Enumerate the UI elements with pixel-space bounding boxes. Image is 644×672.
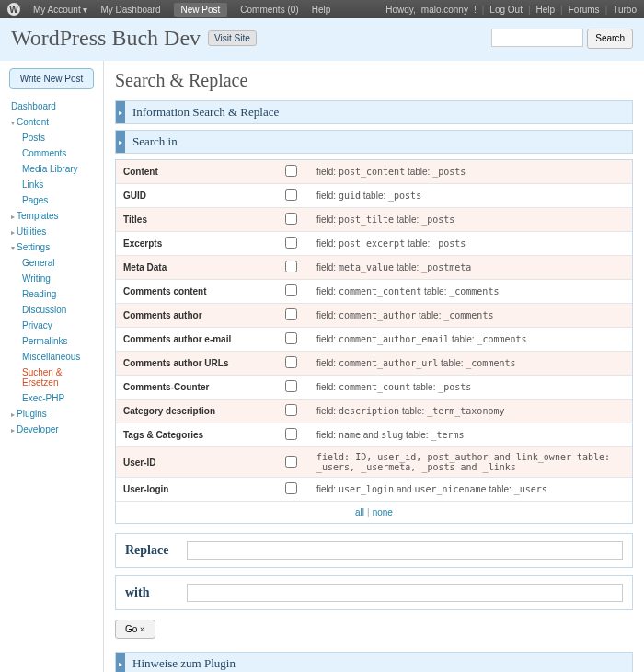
row-desc: field: ID, user_id, post_author and link… — [309, 447, 632, 478]
sidebar-subitem[interactable]: Posts — [20, 130, 99, 145]
header-search-button[interactable]: Search — [587, 29, 633, 49]
panel-search-toggle[interactable]: ▸ — [116, 131, 125, 153]
new-post-button[interactable]: New Post — [174, 3, 228, 17]
panel-info-toggle[interactable]: ▸ — [116, 101, 125, 123]
row-checkbox[interactable] — [285, 213, 297, 225]
panel-search-body: Contentfield: post_content table: _posts… — [115, 159, 633, 524]
panel-hinweise-header: ▸ Hinweise zum Plugin — [115, 652, 633, 672]
turbo-link[interactable]: Turbo — [613, 5, 637, 15]
row-desc: field: comment_author table: _comments — [309, 304, 632, 328]
row-checkbox[interactable] — [285, 428, 297, 440]
row-label: Excerpts — [116, 232, 272, 256]
sidebar-item-utilities[interactable]: Utilities — [9, 224, 99, 239]
sidebar: Write New Post Dashboard Content PostsCo… — [0, 61, 103, 672]
my-account-link[interactable]: My Account ▾ — [33, 5, 87, 15]
forums-link[interactable]: Forums — [569, 5, 600, 15]
sidebar-subitem[interactable]: Reading — [20, 286, 99, 302]
row-desc: field: post_content table: _posts — [309, 160, 632, 184]
search-row: Comments-Counterfield: comment_count tab… — [116, 376, 632, 400]
replace-input[interactable] — [187, 541, 623, 560]
row-checkbox[interactable] — [285, 404, 297, 416]
my-dashboard-link[interactable]: My Dashboard — [100, 5, 160, 15]
replace-row: Replace — [115, 533, 633, 568]
row-label: Category description — [116, 400, 272, 423]
help-link[interactable]: Help — [312, 5, 331, 15]
row-checkbox[interactable] — [285, 356, 297, 368]
search-row: User-IDfield: ID, user_id, post_author a… — [116, 447, 632, 478]
go-button[interactable]: Go » — [115, 620, 155, 639]
sidebar-item-content[interactable]: Content — [9, 114, 99, 130]
sidebar-subitem[interactable]: Exec-PHP — [20, 390, 99, 406]
sidebar-item-dashboard[interactable]: Dashboard — [9, 98, 99, 114]
row-checkbox[interactable] — [285, 284, 297, 296]
row-checkbox[interactable] — [285, 482, 297, 494]
sidebar-subitem[interactable]: Suchen & Ersetzen — [20, 365, 99, 390]
with-label: with — [125, 585, 176, 600]
search-row: Contentfield: post_content table: _posts — [116, 160, 632, 184]
row-checkbox-cell — [272, 352, 309, 376]
write-new-post-button[interactable]: Write New Post — [9, 68, 94, 89]
search-row: Comments author e-mailfield: comment_aut… — [116, 328, 632, 352]
sidebar-subitem[interactable]: Writing — [20, 271, 99, 286]
row-checkbox[interactable] — [285, 261, 297, 272]
row-checkbox-cell — [272, 208, 309, 232]
sidebar-subitem[interactable]: Permalinks — [20, 333, 99, 349]
row-desc: field: comment_author_email table: _comm… — [309, 328, 632, 352]
replace-label: Replace — [125, 543, 176, 558]
row-desc: field: description table: _term_taxonomy — [309, 400, 632, 423]
sidebar-item-settings[interactable]: Settings — [9, 239, 99, 255]
row-checkbox-cell — [272, 376, 309, 400]
row-checkbox[interactable] — [285, 456, 297, 468]
logout-link[interactable]: Log Out — [489, 5, 523, 15]
search-row: Titlesfield: post_tilte table: _posts — [116, 208, 632, 232]
row-checkbox-cell — [272, 447, 309, 478]
help-link-2[interactable]: Help — [536, 5, 556, 15]
username-link[interactable]: malo.conny — [421, 5, 468, 15]
row-checkbox-cell — [272, 478, 309, 502]
visit-site-button[interactable]: Visit Site — [208, 30, 257, 46]
with-input[interactable] — [187, 584, 623, 602]
howdy-text: Howdy, — [385, 5, 416, 15]
row-desc: field: comment_count table: _posts — [309, 376, 632, 400]
sidebar-subitem[interactable]: Discussion — [20, 302, 99, 318]
row-checkbox-cell — [272, 400, 309, 423]
panel-hinweise-toggle[interactable]: ▸ — [116, 653, 125, 672]
sidebar-subitem[interactable]: Media Library — [20, 161, 99, 177]
all-none-row: all|none — [116, 502, 632, 523]
row-desc: field: user_login and user_nicename tabl… — [309, 478, 632, 502]
site-title: WordPress Buch Dev — [11, 26, 201, 51]
sidebar-subitem[interactable]: General — [20, 255, 99, 271]
row-label: GUID — [116, 184, 272, 208]
search-row: GUIDfield: guid table: _posts — [116, 184, 632, 208]
page-title: Search & Replace — [115, 70, 633, 91]
panel-info-header: ▸ Information Search & Replace — [115, 100, 633, 124]
row-label: Comments author e-mail — [116, 328, 272, 352]
select-none-link[interactable]: none — [373, 507, 393, 517]
row-checkbox-cell — [272, 184, 309, 208]
row-checkbox[interactable] — [285, 189, 297, 201]
sidebar-item-developer[interactable]: Developer — [9, 422, 99, 437]
row-desc: field: post_tilte table: _posts — [309, 208, 632, 232]
row-checkbox[interactable] — [285, 308, 297, 320]
sidebar-subitem[interactable]: Miscellaneous — [20, 349, 99, 365]
sidebar-subitem[interactable]: Pages — [20, 192, 99, 208]
header: WordPress Buch Dev Visit Site Search — [0, 18, 644, 61]
sidebar-item-plugins[interactable]: Plugins — [9, 406, 99, 422]
comments-link[interactable]: Comments (0) — [240, 5, 298, 15]
sidebar-item-templates[interactable]: Templates — [9, 208, 99, 224]
sidebar-subitem[interactable]: Comments — [20, 145, 99, 161]
row-label: Meta Data — [116, 256, 272, 280]
row-label: Tags & Categories — [116, 423, 272, 447]
sidebar-subitem[interactable]: Links — [20, 177, 99, 192]
header-search-input[interactable] — [491, 29, 583, 47]
row-checkbox[interactable] — [285, 332, 297, 344]
row-label: Titles — [116, 208, 272, 232]
sidebar-subitem[interactable]: Privacy — [20, 318, 99, 333]
row-checkbox[interactable] — [285, 380, 297, 392]
row-checkbox[interactable] — [285, 237, 297, 249]
row-checkbox-cell — [272, 304, 309, 328]
row-checkbox-cell — [272, 423, 309, 447]
select-all-link[interactable]: all — [355, 507, 364, 517]
search-row: User-loginfield: user_login and user_nic… — [116, 478, 632, 502]
row-checkbox[interactable] — [285, 165, 297, 177]
